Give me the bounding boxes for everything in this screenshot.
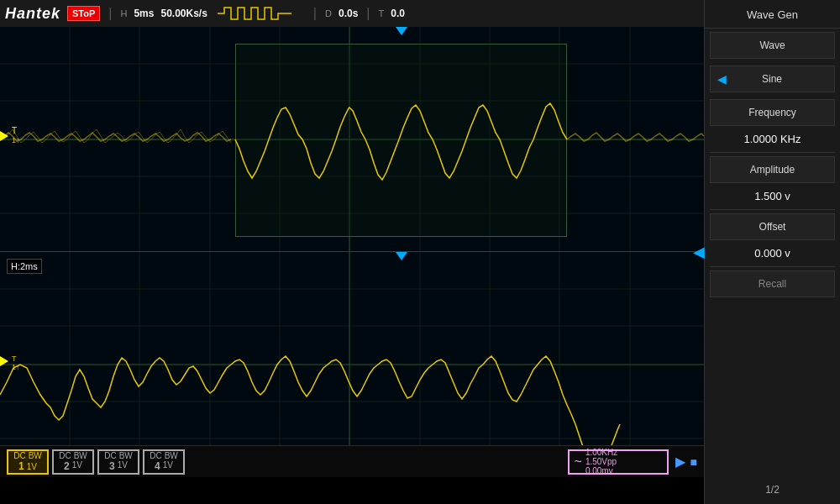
stop-badge: SToP: [67, 6, 100, 21]
ch1-bw: BW: [29, 451, 42, 460]
t-value: 0.0: [391, 8, 405, 19]
wave-type-value: Sine: [762, 73, 782, 85]
side-arrow-icon[interactable]: ◀: [693, 243, 705, 261]
lower-waveform: [0, 252, 704, 477]
wave-gen-title: Wave Gen: [705, 0, 840, 29]
channel-indicator: ■: [690, 455, 697, 469]
waveform-icon: [218, 5, 302, 22]
ch1-scale: 1V: [27, 462, 37, 471]
gen-symbol: ~: [575, 454, 582, 470]
generator-box[interactable]: ~ 1.00KHz 1.50Vpp 0.00mv: [568, 449, 669, 475]
trigger-label-lower: T: [12, 354, 17, 363]
gen-offset: 0.00mv: [585, 466, 617, 475]
left-arrow-icon: ◀: [717, 72, 727, 86]
status-bar: DC BW 1 1V DC BW 2 1V DC BW: [0, 445, 704, 477]
trigger-marker-lower: T 1↑: [0, 356, 8, 366]
amplitude-button[interactable]: Amplitude: [710, 156, 835, 183]
timebase-value: 5ms: [134, 8, 154, 19]
ch1-box[interactable]: DC BW 1 1V: [7, 449, 49, 475]
ch4-scale: 1V: [163, 460, 173, 472]
gen-freq: 1.00KHz: [585, 448, 617, 457]
gen-values: 1.00KHz 1.50Vpp 0.00mv: [585, 448, 617, 475]
ch1-coupling: DC: [13, 451, 25, 460]
ch1-num: 1: [18, 460, 24, 472]
ch4-bw: BW: [165, 451, 178, 460]
frequency-button[interactable]: Frequency: [710, 99, 835, 126]
offset-value: 0.000 v: [710, 244, 835, 267]
trigger-label-1b: 1↑: [12, 363, 20, 371]
t-label: T: [378, 8, 384, 18]
d-value: 0.0s: [339, 8, 358, 19]
gen-vpp: 1.50Vpp: [585, 457, 617, 466]
right-panel: Wave Gen Wave ◀ Sine Frequency 1.0000 KH…: [704, 0, 840, 504]
h-label: H: [120, 8, 127, 18]
ch3-bw: BW: [119, 451, 133, 460]
ch4-box[interactable]: DC BW 4 1V: [143, 449, 185, 475]
brand-logo: Hantek: [5, 5, 60, 23]
upper-waveform-panel: T 1↑: [0, 27, 704, 252]
sine-wave-button[interactable]: ◀ Sine: [710, 66, 835, 92]
scope-display: T 1↑ H:2ms: [0, 27, 704, 477]
sample-rate: 50.00Ks/s: [160, 8, 207, 19]
trigger-label-1: 1↑: [12, 136, 20, 144]
ch2-bw: BW: [74, 451, 87, 460]
ch3-scale: 1V: [118, 460, 128, 472]
trigger-label-upper: T: [12, 126, 17, 135]
frequency-value: 1.0000 KHz: [710, 129, 835, 153]
bluetooth-icon: ▶: [675, 454, 685, 470]
ch2-num: 2: [64, 460, 70, 472]
ch2-coupling: DC: [59, 451, 71, 460]
lower-waveform-panel: H:2ms T 1↑: [0, 252, 704, 477]
trigger-arrow-lower: [0, 356, 8, 366]
offset-button[interactable]: Offset: [710, 213, 835, 240]
d-label: D: [325, 8, 332, 18]
ch2-scale: 1V: [72, 460, 82, 472]
trigger-arrow-upper: [0, 131, 8, 141]
amplitude-value: 1.500 v: [710, 186, 835, 210]
upper-waveform: [0, 27, 704, 251]
ch3-box[interactable]: DC BW 3 1V: [97, 449, 139, 475]
ch3-coupling: DC: [104, 451, 116, 460]
trigger-marker-upper: T 1↑: [0, 131, 8, 141]
wave-button[interactable]: Wave: [710, 32, 835, 59]
ch4-num: 4: [155, 460, 160, 472]
page-indicator: 1/2: [705, 475, 840, 504]
ch3-num: 3: [109, 460, 115, 472]
toolbar: Hantek SToP | H 5ms 50.00Ks/s | D 0.0s |…: [0, 0, 704, 27]
ch4-coupling: DC: [150, 451, 161, 460]
ch2-box[interactable]: DC BW 2 1V: [52, 449, 94, 475]
recall-button[interactable]: Recall: [710, 270, 835, 297]
